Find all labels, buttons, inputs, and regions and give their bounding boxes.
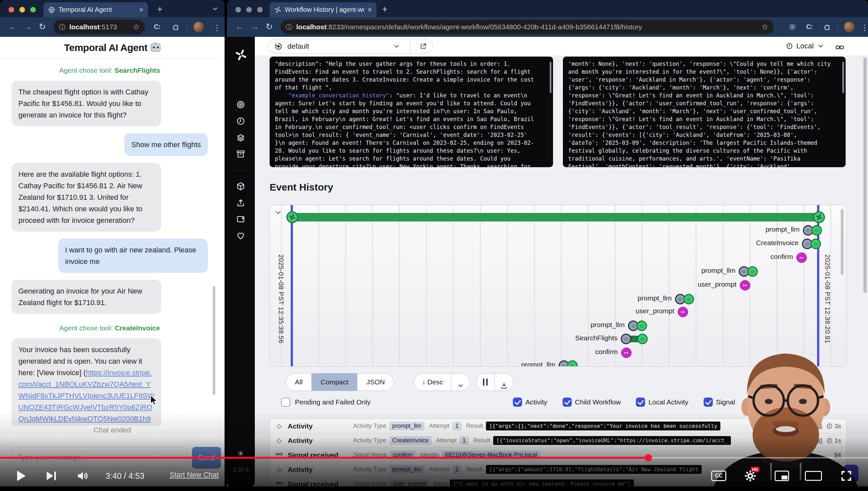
- code-line: traditional cuisine, performances, and a…: [568, 155, 840, 163]
- close-tab-icon[interactable]: ×: [368, 6, 372, 13]
- volume-icon[interactable]: [73, 465, 93, 487]
- extensions-puzzle-icon[interactable]: [824, 23, 832, 31]
- field-key: Activity Type: [353, 423, 386, 430]
- tab-overview-icon[interactable]: [211, 5, 219, 12]
- back-icon[interactable]: ←: [236, 22, 244, 32]
- view-mode-option[interactable]: Compact: [312, 374, 358, 391]
- timeline-scrollbar[interactable]: [841, 209, 844, 275]
- site-info-icon[interactable]: ⓘ: [59, 23, 65, 32]
- chat-message-list[interactable]: Agent chose tool: SearchFlights The chea…: [11, 59, 208, 426]
- browser-menu-icon[interactable]: ⋮: [213, 23, 221, 32]
- traffic-lights[interactable]: [8, 7, 36, 12]
- archive-icon[interactable]: [236, 149, 245, 158]
- play-button[interactable]: [13, 465, 30, 487]
- page-scrollbar[interactable]: [863, 58, 867, 293]
- workflow-latest-marker[interactable]: [813, 211, 825, 223]
- activity-completed-marker[interactable]: ◇: [637, 334, 648, 344]
- collapse-chevron-icon[interactable]: [274, 208, 282, 217]
- chat-scrollbar[interactable]: [213, 286, 215, 395]
- captions-button[interactable]: CC: [710, 465, 728, 487]
- address-bar[interactable]: ⓘ localhost:5173 ☆: [54, 20, 145, 34]
- activity-completed-marker[interactable]: ◇: [811, 225, 822, 236]
- bookmark-star-icon[interactable]: ☆: [761, 22, 768, 32]
- view-mode-option[interactable]: JSON: [358, 374, 394, 391]
- clock-icon[interactable]: [236, 116, 245, 126]
- browser-tab-workflow-history[interactable]: Workflow History | agent-wor ×: [270, 2, 376, 17]
- signal-marker[interactable]: ●●: [740, 280, 750, 291]
- sort-chevron-icon[interactable]: [452, 374, 470, 391]
- new-tab-button[interactable]: +: [157, 4, 162, 15]
- event-type-filter[interactable]: Child Workflow: [563, 398, 621, 407]
- profile-avatar[interactable]: [193, 22, 204, 32]
- event-type-filter[interactable]: Local Activity: [636, 398, 688, 407]
- claude-extension-icon[interactable]: C:: [806, 23, 812, 31]
- start-new-chat-link[interactable]: Start New Chat: [164, 470, 219, 479]
- chevron-down-icon[interactable]: [393, 43, 400, 50]
- left-tab-bar: Temporal AI Agent × +: [0, 0, 224, 17]
- checkbox-unchecked[interactable]: [281, 398, 290, 407]
- eye-icon[interactable]: [236, 100, 245, 109]
- activity-completed-marker[interactable]: ◇: [747, 266, 758, 277]
- external-link-icon[interactable]: [420, 43, 427, 50]
- cube-icon[interactable]: [236, 182, 245, 191]
- activity-completed-marker[interactable]: ◇: [684, 294, 694, 305]
- profile-avatar[interactable]: [844, 22, 855, 32]
- checkbox-checked[interactable]: [636, 398, 645, 407]
- pending-failed-filter[interactable]: Pending and Failed Only: [281, 398, 371, 407]
- settings-gear-icon[interactable]: HD: [740, 465, 760, 487]
- event-type-filter[interactable]: Activity: [513, 398, 548, 407]
- pause-button[interactable]: [476, 374, 495, 391]
- progress-knob[interactable]: [645, 454, 652, 461]
- checkbox-checked[interactable]: [513, 398, 522, 407]
- activity-completed-marker[interactable]: ◇: [810, 239, 821, 249]
- back-icon[interactable]: ←: [8, 22, 17, 32]
- labs-glasses-icon[interactable]: [835, 42, 844, 51]
- forward-icon[interactable]: →: [24, 22, 32, 32]
- traffic-lights-inactive[interactable]: [236, 7, 263, 12]
- forward-icon[interactable]: →: [251, 22, 259, 32]
- namespace-selector[interactable]: default: [268, 39, 433, 54]
- chat-message: I want to go with air new zealand. Pleas…: [58, 239, 208, 273]
- activity-scheduled-marker[interactable]: ◇: [621, 334, 631, 344]
- claude-extension-icon[interactable]: C:: [154, 23, 160, 31]
- video-progress-bar[interactable]: [0, 457, 868, 459]
- extensions-puzzle-icon[interactable]: [172, 23, 180, 31]
- workflow-start-marker[interactable]: [286, 211, 298, 223]
- site-info-icon[interactable]: ⓘ: [286, 23, 292, 32]
- download-button[interactable]: [495, 374, 513, 391]
- layers-icon[interactable]: [236, 133, 245, 142]
- code-panel-right[interactable]: 'month': None}, 'next': 'question', 'res…: [563, 57, 846, 167]
- record-extension-icon[interactable]: [788, 23, 796, 31]
- close-tab-icon[interactable]: ×: [139, 6, 143, 13]
- miniplayer-button[interactable]: [772, 465, 792, 487]
- invoice-link[interactable]: https://invoice.stripe.com/i/acct_1NBOLu…: [19, 369, 154, 426]
- browser-menu-icon[interactable]: ⋮: [861, 23, 868, 32]
- address-bar[interactable]: ⓘ localhost:8233/namespaces/default/work…: [280, 20, 774, 34]
- checkbox-checked[interactable]: [563, 398, 572, 407]
- signal-marker[interactable]: ●●: [796, 252, 807, 263]
- event-name: Activity: [288, 437, 348, 444]
- fullscreen-button[interactable]: [836, 465, 856, 487]
- browser-tab-temporal-ai-agent[interactable]: Temporal AI Agent ×: [43, 2, 148, 17]
- signal-marker[interactable]: ●●: [621, 348, 631, 358]
- reload-icon[interactable]: ↻: [266, 22, 273, 32]
- workflow-execution-bar[interactable]: [291, 213, 820, 222]
- bookmark-star-icon[interactable]: ☆: [132, 22, 140, 32]
- next-button[interactable]: [42, 465, 61, 487]
- activity-completed-marker[interactable]: ◇: [567, 360, 578, 367]
- field-key: Attempt: [436, 437, 457, 444]
- view-mode-option[interactable]: All: [286, 374, 312, 391]
- timezone-selector[interactable]: Local: [786, 42, 824, 50]
- theater-mode-button[interactable]: [803, 465, 824, 487]
- signal-marker[interactable]: ●●: [678, 307, 688, 317]
- heart-icon[interactable]: [236, 231, 245, 240]
- reload-icon[interactable]: ↻: [39, 22, 46, 32]
- new-tab-button[interactable]: +: [382, 4, 387, 15]
- field-value: 1: [453, 422, 462, 430]
- sort-desc-button[interactable]: ↓ Desc: [414, 374, 451, 391]
- activity-completed-marker[interactable]: ◇: [637, 320, 647, 331]
- temporal-logo-icon[interactable]: [235, 49, 247, 61]
- code-panel-left[interactable]: "description": "Help the user gather arg…: [270, 57, 553, 167]
- upload-icon[interactable]: [236, 198, 245, 207]
- gallery-icon[interactable]: [236, 214, 245, 224]
